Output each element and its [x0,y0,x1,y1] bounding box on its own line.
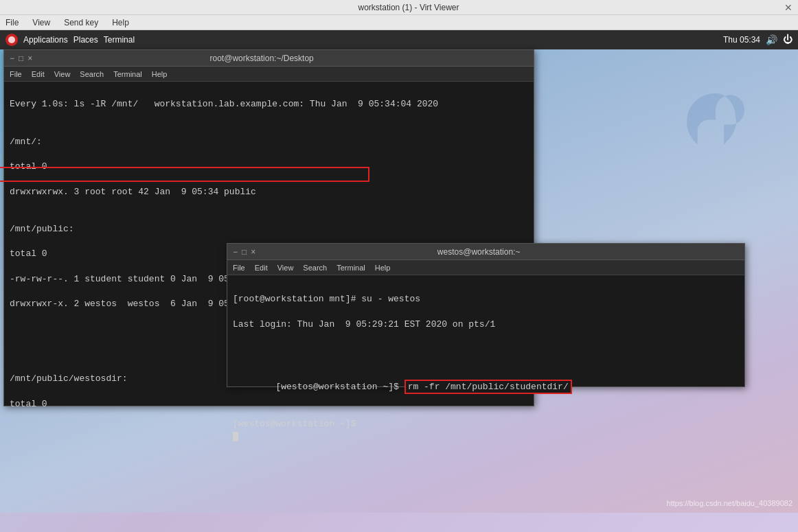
term2-title: westos@workstation:~ [255,247,702,257]
term1-title: root@workstation:~/Desktop [32,54,491,63]
svg-point-0 [8,36,15,43]
menu-sendkey[interactable]: Send key [61,16,101,29]
term1-menu-help[interactable]: Help [152,70,168,78]
term2-line-1: Last login: Thu Jan 9 05:29:21 EST 2020 … [233,319,739,331]
term2-prompt-3: [westos@workstation ~]$ [275,382,404,392]
term1-controls: − □ × [10,54,32,63]
term2-line-3: [westos@workstation ~]$ [233,418,739,430]
menu-file[interactable]: File [3,16,21,29]
term1-menu-edit[interactable]: Edit [32,70,45,78]
term1-line-3: total 0 [10,161,528,173]
attribution-text: https://blog.csdn.net/baidu_40389082 [667,499,793,507]
term1-menu-search[interactable]: Search [80,70,104,78]
term1-menu-bar: File Edit View Search Terminal Help [4,67,534,82]
gnome-panel: Applications Places Terminal Thu 05:34 🔊… [0,30,798,49]
places-menu[interactable]: Places [73,35,98,45]
term2-line-0: [root@workstation mnt]# su - westos [233,293,739,305]
term2-menu-view[interactable]: View [277,264,294,272]
virt-menu-bar: File View Send key Help [0,15,798,30]
applications-menu[interactable]: Applications [23,35,68,45]
menu-help[interactable]: Help [109,16,132,29]
terminal-window-2: − □ × westos@workstation:~ File Edit Vie… [227,243,745,387]
term1-menu-file[interactable]: File [10,70,22,78]
term2-cmd-3: rm -fr /mnt/public/studentdir/ [404,380,572,394]
term2-menu-search[interactable]: Search [303,264,327,272]
fedora-logo-icon [8,36,16,44]
term1-line-2: /mnt/: [10,136,528,148]
term1-maximize[interactable]: □ [19,54,23,63]
term2-menu-terminal[interactable]: Terminal [337,264,365,272]
term2-menu-help[interactable]: Help [375,264,391,272]
term1-close[interactable]: × [27,54,32,63]
term2-controls: − □ × [233,247,255,257]
panel-right: Thu 05:34 🔊 ⏻ [723,34,793,46]
term2-content: [root@workstation mnt]# su - westos Last… [227,275,744,459]
app-title: workstation (1) - Virt Viewer [33,3,784,12]
term1-line-6: /mnt/public: [10,223,528,235]
power-icon[interactable]: ⏻ [783,34,793,45]
term1-menu-view[interactable]: View [54,70,71,78]
term1-line-4: drwxrwxrwx. 3 root root 42 Jan 9 05:34 p… [10,186,528,198]
term2-menu-bar: File Edit View Search Terminal Help [227,260,744,275]
volume-icon[interactable]: 🔊 [766,34,777,46]
term2-menu-edit[interactable]: Edit [255,264,268,272]
term2-menu-file[interactable]: File [233,264,245,272]
term1-line-0: Every 1.0s: ls -lR /mnt/ workstation.lab… [10,98,528,111]
panel-clock: Thu 05:34 [723,35,760,45]
term2-minimize[interactable]: − [233,247,238,257]
fedora-watermark [674,85,757,167]
close-button[interactable]: ✕ [784,2,793,13]
desktop: Applications Places Terminal Thu 05:34 🔊… [0,30,798,513]
fedora-icon [5,34,18,46]
term2-close[interactable]: × [251,247,255,257]
menu-view[interactable]: View [30,16,53,29]
term2-cursor [233,432,238,441]
app-title-bar: workstation (1) - Virt Viewer ✕ [0,0,798,15]
term2-maximize[interactable]: □ [242,247,247,257]
term1-minimize[interactable]: − [10,54,14,63]
term1-menu-terminal[interactable]: Terminal [113,70,142,78]
term2-title-bar: − □ × westos@workstation:~ [227,244,744,260]
fedora-logo-svg [674,85,757,167]
panel-left: Applications Places Terminal [5,34,135,46]
terminal-menu[interactable]: Terminal [104,35,135,45]
term1-title-bar: − □ × root@workstation:~/Desktop [4,50,534,67]
